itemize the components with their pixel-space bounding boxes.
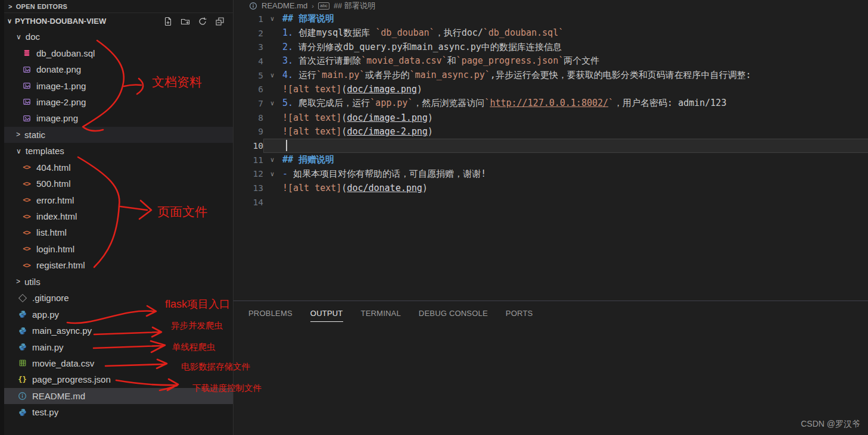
tree-item-doc[interactable]: ∨doc	[0, 29, 233, 45]
code-segment: 和	[447, 55, 456, 66]
tree-item-image-2.png[interactable]: image-2.png	[0, 94, 233, 110]
code-line-5[interactable]: 5∨4. 运行`main.py`或者异步的`main_async.py`,异步运…	[234, 68, 868, 83]
new-folder-icon[interactable]	[181, 17, 190, 26]
tree-item-error.html[interactable]: <>error.html	[0, 192, 233, 208]
tree-item-templates[interactable]: ∨templates	[0, 143, 233, 159]
html-icon: <>	[21, 229, 32, 237]
code-segment: ，执行doc/	[435, 27, 483, 38]
code-segment: 运行	[298, 70, 316, 80]
code-line-2[interactable]: 21. 创建mysql数据库 `db_douban`，执行doc/`db_dou…	[234, 26, 868, 40]
line-content[interactable]: 3. 首次运行请删除`movie_data.csv`和`page_progres…	[263, 54, 868, 68]
tree-item-login.html[interactable]: <>login.html	[0, 241, 233, 257]
line-content[interactable]: 1. 创建mysql数据库 `db_douban`，执行doc/`db_doub…	[263, 26, 868, 40]
code-segment: doc/image-2.png	[347, 126, 427, 137]
code-segment: ，然后浏览器访问	[413, 98, 484, 108]
panel-tab-debug-console[interactable]: DEBUG CONSOLE	[419, 309, 488, 322]
code-line-14[interactable]: 14	[234, 195, 868, 209]
line-content[interactable]: ![alt text](doc/image-1.png)	[263, 111, 868, 125]
code-line-1[interactable]: 1∨## 部署说明	[234, 12, 868, 26]
code-line-12[interactable]: 12∨- 如果本项目对你有帮助的话，可自愿捐赠，谢谢!	[234, 167, 868, 181]
tree-item-register.html[interactable]: <>register.html	[0, 257, 233, 273]
open-editors-header[interactable]: > OPEN EDITORS	[0, 0, 233, 13]
code-line-13[interactable]: 13![alt text](doc/donate.png)	[234, 181, 868, 195]
code-segment: -	[282, 168, 293, 179]
tree-item-donate.png[interactable]: donate.png	[0, 61, 233, 77]
python-icon	[17, 408, 27, 417]
tree-item-main_async.py[interactable]: main_async.py	[0, 323, 233, 339]
file-label: test.py	[32, 407, 58, 417]
tree-item-image.png[interactable]: image.png	[0, 110, 233, 126]
tree-item-main.py[interactable]: main.py	[0, 339, 233, 355]
fold-chevron-icon[interactable]: ∨	[263, 170, 281, 178]
tree-item-db_douban.sql[interactable]: db_douban.sql	[0, 45, 233, 61]
panel-tab-output[interactable]: OUTPUT	[310, 309, 343, 322]
line-content[interactable]: ![alt text](doc/image-2.png)	[263, 125, 868, 139]
line-content[interactable]: ∨- 如果本项目对你有帮助的话，可自愿捐赠，谢谢!	[263, 167, 868, 181]
tree-item-index.html[interactable]: <>index.html	[0, 208, 233, 224]
collapse-all-icon[interactable]	[215, 17, 225, 26]
tree-item-movie_data.csv[interactable]: movie_data.csv	[0, 355, 233, 371]
code-segment: 如果本项目对你有帮助的话，可自愿捐赠，谢谢!	[293, 168, 486, 179]
project-section-header[interactable]: ∨ PYTHON-DOUBAN-VIEW	[0, 13, 233, 29]
chevron-down-icon: ∨	[7, 17, 12, 25]
code-text: - 如果本项目对你有帮助的话，可自愿捐赠，谢谢!	[281, 168, 486, 180]
line-content[interactable]: ∨## 部署说明	[263, 12, 868, 26]
code-line-9[interactable]: 9![alt text](doc/image-2.png)	[234, 125, 868, 139]
breadcrumb-file[interactable]: README.md	[262, 1, 307, 10]
python-icon	[17, 343, 27, 351]
tree-item-404.html[interactable]: <>404.html	[0, 159, 233, 176]
line-content[interactable]: ![alt text](doc/donate.png)	[263, 181, 868, 195]
tree-item-static[interactable]: >static	[0, 127, 233, 143]
line-content[interactable]	[263, 139, 868, 153]
code-segment: 创建mysql数据库	[298, 27, 375, 38]
code-text: ![alt text](doc/donate.png)	[281, 183, 428, 193]
file-label: 404.html	[36, 162, 71, 173]
explorer-sidebar: > OPEN EDITORS ∨ PYTHON-DOUBAN-VIEW ∨doc…	[0, 0, 233, 435]
image-icon	[21, 114, 32, 123]
editor-lines[interactable]: 1∨## 部署说明21. 创建mysql数据库 `db_douban`，执行do…	[234, 12, 868, 209]
fold-chevron-icon[interactable]: ∨	[263, 71, 281, 79]
code-segment: )	[417, 84, 422, 95]
line-content[interactable]: 2. 请分别修改db_query.py和main_async.py中的数据库连接…	[263, 40, 868, 54]
refresh-icon[interactable]	[198, 17, 207, 26]
code-line-7[interactable]: 7∨5. 爬取完成后，运行`app.py`，然后浏览器访问`http://127…	[234, 96, 868, 111]
git-icon	[17, 295, 27, 301]
new-file-icon[interactable]	[163, 17, 173, 26]
breadcrumb-symbol[interactable]: ## 部署说明	[334, 1, 375, 11]
tree-item-page_progress.json[interactable]: {}page_progress.json	[0, 371, 233, 387]
tree-item-README.md[interactable]: README.md	[0, 388, 233, 404]
code-line-10[interactable]: 10	[234, 139, 868, 153]
code-line-8[interactable]: 8![alt text](doc/image-1.png)	[234, 111, 868, 125]
file-label: main_async.py	[32, 326, 92, 336]
line-content[interactable]: ∨5. 爬取完成后，运行`app.py`，然后浏览器访问`http://127.…	[263, 96, 868, 111]
fold-chevron-icon[interactable]: ∨	[263, 15, 281, 23]
panel-tab-problems[interactable]: PROBLEMS	[248, 309, 293, 322]
line-content[interactable]	[263, 195, 868, 209]
fold-chevron-icon[interactable]: ∨	[263, 156, 281, 164]
tree-item-500.html[interactable]: <>500.html	[0, 176, 233, 192]
file-label: static	[24, 130, 45, 140]
code-text: ## 捐赠说明	[281, 154, 334, 165]
editor-pane[interactable]: README.md › abc ## 部署说明 1∨## 部署说明21. 创建m…	[233, 0, 868, 301]
tree-item-image-1.png[interactable]: image-1.png	[0, 77, 233, 93]
breadcrumb[interactable]: README.md › abc ## 部署说明	[234, 0, 868, 11]
code-line-11[interactable]: 11∨## 捐赠说明	[234, 153, 868, 167]
panel-tab-terminal[interactable]: TERMINAL	[361, 309, 401, 322]
tree-item-app.py[interactable]: app.py	[0, 306, 233, 322]
panel-tab-ports[interactable]: PORTS	[506, 309, 533, 322]
file-label: list.html	[36, 227, 67, 237]
tree-item-test.py[interactable]: test.py	[0, 404, 233, 420]
tree-item-.gitignore[interactable]: .gitignore	[0, 290, 233, 306]
code-line-4[interactable]: 43. 首次运行请删除`movie_data.csv`和`page_progre…	[234, 54, 868, 68]
tree-item-utils[interactable]: >utils	[0, 274, 233, 290]
line-content[interactable]: ![alt text](doc/image.png)	[263, 82, 868, 96]
code-line-3[interactable]: 32. 请分别修改db_query.py和main_async.py中的数据库连…	[234, 40, 868, 54]
code-segment: 5.	[282, 98, 298, 108]
fold-chevron-icon[interactable]: ∨	[263, 99, 281, 107]
line-content[interactable]: ∨## 捐赠说明	[263, 153, 868, 167]
line-number: 1	[234, 14, 263, 24]
code-line-6[interactable]: 6![alt text](doc/image.png)	[234, 82, 868, 96]
panel-tabs: PROBLEMSOUTPUTTERMINALDEBUG CONSOLEPORTS	[234, 301, 868, 322]
tree-item-list.html[interactable]: <>list.html	[0, 224, 233, 240]
line-content[interactable]: ∨4. 运行`main.py`或者异步的`main_async.py`,异步运行…	[263, 68, 868, 83]
